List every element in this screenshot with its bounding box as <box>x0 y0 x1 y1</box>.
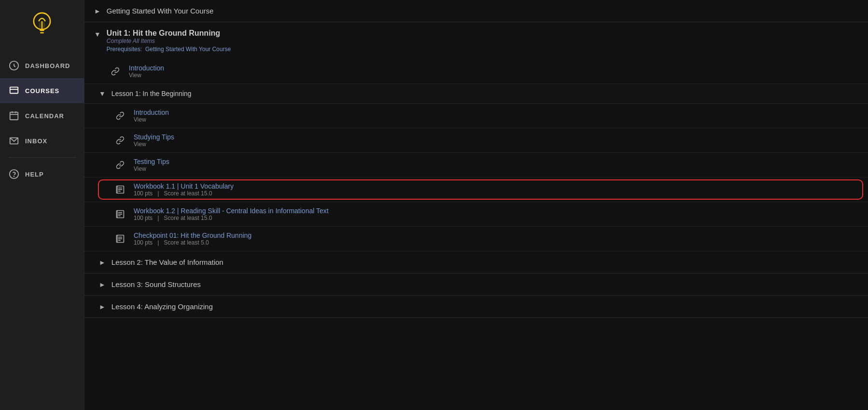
lesson4-row[interactable]: ► Lesson 4: Analyzing Organizing <box>84 296 868 317</box>
testing-tips-text: Testing Tips View <box>134 158 169 172</box>
unit1-prereq: Prerequisites: Getting Started With Your… <box>107 46 231 53</box>
testing-tips-item[interactable]: Testing Tips View <box>84 153 868 178</box>
sidebar-item-dashboard[interactable]: DASHBOARD <box>0 53 84 78</box>
wb11-item[interactable]: Workbook 1.1 | Unit 1 Vocabulary 100 pts… <box>84 178 868 202</box>
testing-tips-sub: View <box>134 165 169 172</box>
svg-point-4 <box>39 21 45 29</box>
sidebar-item-courses[interactable]: COURSES <box>0 78 84 103</box>
dashboard-icon <box>9 60 19 71</box>
sidebar-item-help[interactable]: HELP <box>0 162 84 187</box>
l1-intro-sub: View <box>134 116 169 123</box>
unit1-block: ▼ Unit 1: Hit the Ground Running Complet… <box>84 22 868 318</box>
logo-icon <box>28 10 56 39</box>
calendar-icon <box>9 110 19 121</box>
lesson2-chevron: ► <box>99 259 106 266</box>
workbook-icon-wb11 <box>113 183 127 196</box>
inbox-label: INBOX <box>25 137 47 145</box>
lesson1-intro-item[interactable]: Introduction View <box>84 104 868 128</box>
svg-rect-6 <box>10 87 18 94</box>
courses-label: COURSES <box>25 87 59 95</box>
lesson1-row[interactable]: ▼ Lesson 1: In the Beginning <box>84 84 868 104</box>
wb12-pts: 100 pts | Score at least 15.0 <box>134 215 329 221</box>
nav-divider <box>8 157 75 158</box>
workbook-icon-wb12 <box>113 207 127 221</box>
calendar-label: CALENDAR <box>25 112 64 120</box>
wb11-pts: 100 pts | Score at least 15.0 <box>134 190 234 197</box>
studying-tips-title: Studying Tips <box>134 133 174 141</box>
help-label: HELP <box>25 171 44 178</box>
l1-intro-text: Introduction View <box>134 109 169 123</box>
sidebar-item-calendar[interactable]: CALENDAR <box>0 103 84 128</box>
wb12-title: Workbook 1.2 | Reading Skill - Central I… <box>134 207 329 215</box>
wb12-text: Workbook 1.2 | Reading Skill - Central I… <box>134 207 329 221</box>
studying-tips-sub: View <box>134 141 174 148</box>
wb11-title: Workbook 1.1 | Unit 1 Vocabulary <box>134 182 234 190</box>
unit1-title-group: Unit 1: Hit the Ground Running Complete … <box>107 29 231 53</box>
unit1-title: Unit 1: Hit the Ground Running <box>107 29 231 38</box>
wb12-item[interactable]: Workbook 1.2 | Reading Skill - Central I… <box>84 202 868 227</box>
main-content: ► Getting Started With Your Course ▼ Uni… <box>84 0 868 410</box>
lesson1-chevron: ▼ <box>99 90 106 97</box>
getting-started-title: Getting Started With Your Course <box>107 7 214 15</box>
unit-intro-title: Introduction <box>129 64 164 72</box>
unit1-chevron: ▼ <box>94 30 101 38</box>
getting-started-row[interactable]: ► Getting Started With Your Course <box>84 0 868 22</box>
svg-point-14 <box>14 176 14 177</box>
cp01-text: Checkpoint 01: Hit the Ground Running 10… <box>134 232 251 246</box>
lesson2-row[interactable]: ► Lesson 2: The Value of Information <box>84 251 868 273</box>
lesson4-chevron: ► <box>99 303 106 311</box>
prereq-link[interactable]: Getting Started With Your Course <box>145 46 231 53</box>
inbox-icon <box>9 136 19 146</box>
wb11-text: Workbook 1.1 | Unit 1 Vocabulary 100 pts… <box>134 182 234 197</box>
lesson4-title: Lesson 4: Analyzing Organizing <box>111 302 213 311</box>
cp01-title: Checkpoint 01: Hit the Ground Running <box>134 232 251 239</box>
dashboard-label: DASHBOARD <box>25 62 70 69</box>
link-icon-studying <box>113 134 127 147</box>
getting-started-chevron: ► <box>94 7 101 15</box>
link-icon-unit-intro <box>109 65 122 78</box>
workbook-icon-cp01 <box>113 232 127 246</box>
lesson3-title: Lesson 3: Sound Structures <box>111 280 201 288</box>
svg-rect-8 <box>10 112 18 120</box>
courses-icon <box>9 85 19 96</box>
lesson3-chevron: ► <box>99 281 106 288</box>
unit1-header[interactable]: ▼ Unit 1: Hit the Ground Running Complet… <box>84 22 868 59</box>
lesson3-row[interactable]: ► Lesson 3: Sound Structures <box>84 273 868 296</box>
lesson2-title: Lesson 2: The Value of Information <box>111 258 223 266</box>
link-icon-testing <box>113 158 127 172</box>
unit-intro-item[interactable]: Introduction View <box>84 59 868 84</box>
help-icon <box>9 169 19 179</box>
prereq-label: Prerequisites: <box>107 46 142 53</box>
logo-container <box>28 10 56 39</box>
lesson1-title: Lesson 1: In the Beginning <box>111 90 192 97</box>
l1-intro-title: Introduction <box>134 109 169 116</box>
sidebar: DASHBOARD COURSES CALENDAR INBOX <box>0 0 84 410</box>
studying-tips-text: Studying Tips View <box>134 133 174 148</box>
unit-intro-sub: View <box>129 72 164 79</box>
link-icon-l1-intro <box>113 109 127 123</box>
unit-intro-text: Introduction View <box>129 64 164 79</box>
sidebar-item-inbox[interactable]: INBOX <box>0 128 84 153</box>
unit1-subtitle: Complete All Items <box>107 38 231 44</box>
cp01-item[interactable]: Checkpoint 01: Hit the Ground Running 10… <box>84 227 868 251</box>
studying-tips-item[interactable]: Studying Tips View <box>84 128 868 153</box>
testing-tips-title: Testing Tips <box>134 158 169 165</box>
cp01-pts: 100 pts | Score at least 5.0 <box>134 239 251 246</box>
